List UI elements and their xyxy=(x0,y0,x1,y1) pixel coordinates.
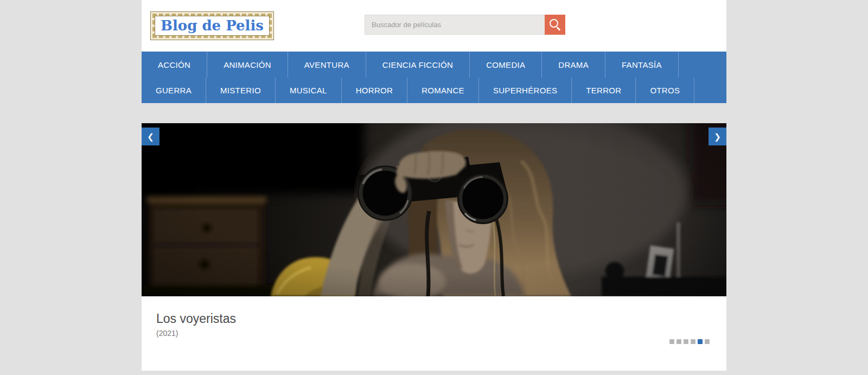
nav-item-superheroes[interactable]: SUPERHÉROES xyxy=(479,78,572,103)
chevron-left-icon: ❮ xyxy=(147,132,154,142)
nav-item-musical[interactable]: MUSICAL xyxy=(276,78,342,103)
site-logo-text: Blog de Pelis xyxy=(161,17,264,34)
pagination-square[interactable] xyxy=(698,339,703,344)
site-header: Blog de Pelis xyxy=(142,0,726,52)
nav-item-animacion[interactable]: ANIMACIÓN xyxy=(207,52,288,78)
nav-row-1: ACCIÓN ANIMACIÓN AVENTURA CIENCIA FICCIÓ… xyxy=(142,52,726,78)
category-nav: ACCIÓN ANIMACIÓN AVENTURA CIENCIA FICCIÓ… xyxy=(142,52,726,103)
search-bar xyxy=(365,15,565,35)
nav-item-accion[interactable]: ACCIÓN xyxy=(142,52,207,78)
chevron-right-icon: ❯ xyxy=(714,132,721,142)
pagination-square[interactable] xyxy=(676,339,681,344)
slide-caption: Los voyeristas (2021) xyxy=(142,296,726,371)
nav-item-drama[interactable]: DRAMA xyxy=(542,52,605,78)
nav-item-horror[interactable]: HORROR xyxy=(342,78,407,103)
slide-title: Los voyeristas xyxy=(156,312,236,326)
featured-slide[interactable]: ❮ ❯ xyxy=(142,123,726,296)
slide-year: (2021) xyxy=(156,329,178,338)
carousel-pagination xyxy=(669,339,710,344)
nav-item-otros[interactable]: OTROS xyxy=(636,78,694,103)
slide-image-woman-with-binoculars xyxy=(142,123,726,296)
logo-decorative-frame: Blog de Pelis xyxy=(152,14,272,38)
search-button[interactable] xyxy=(545,15,565,35)
pagination-square[interactable] xyxy=(669,339,674,344)
pagination-square[interactable] xyxy=(691,339,695,344)
nav-item-misterio[interactable]: MISTERIO xyxy=(206,78,276,103)
content-gap xyxy=(142,103,726,123)
carousel-prev-button[interactable]: ❮ xyxy=(142,128,159,145)
pagination-square[interactable] xyxy=(684,339,688,344)
site-logo[interactable]: Blog de Pelis xyxy=(150,11,274,40)
nav-item-terror[interactable]: TERROR xyxy=(572,78,636,103)
nav-item-comedia[interactable]: COMEDIA xyxy=(470,52,542,78)
nav-item-guerra[interactable]: GUERRA xyxy=(142,78,206,103)
search-icon xyxy=(550,19,558,28)
carousel-next-button[interactable]: ❯ xyxy=(709,128,726,145)
nav-item-aventura[interactable]: AVENTURA xyxy=(288,52,366,78)
nav-item-ciencia-ficcion[interactable]: CIENCIA FICCIÓN xyxy=(366,52,470,78)
search-input[interactable] xyxy=(365,15,545,35)
nav-item-fantasia[interactable]: FANTASÍA xyxy=(605,52,679,78)
nav-item-romance[interactable]: ROMANCE xyxy=(407,78,479,103)
page-container: Blog de Pelis ACCIÓN ANIMACIÓN AVENTURA … xyxy=(142,0,726,371)
pagination-square[interactable] xyxy=(705,339,710,344)
nav-row-2: GUERRA MISTERIO MUSICAL HORROR ROMANCE S… xyxy=(142,78,726,103)
